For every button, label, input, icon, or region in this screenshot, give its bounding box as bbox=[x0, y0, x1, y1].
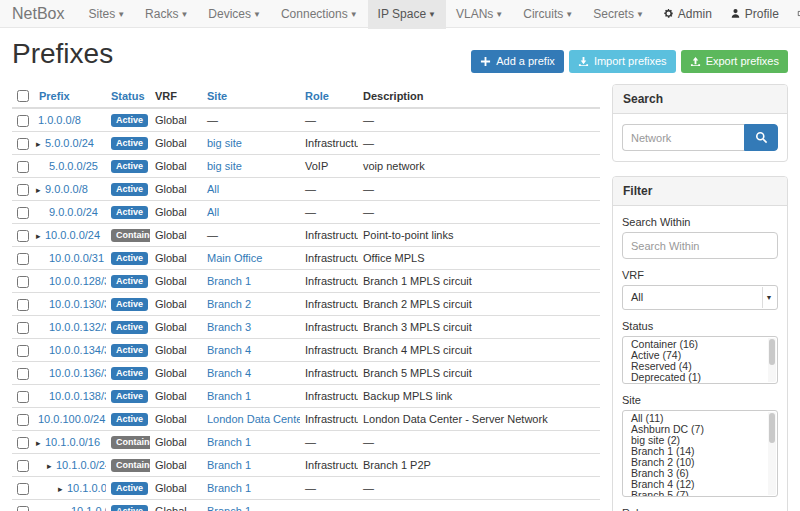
status-badge: Active bbox=[111, 298, 148, 311]
search-button[interactable] bbox=[744, 124, 778, 151]
row-checkbox[interactable] bbox=[17, 276, 29, 288]
prefix-link[interactable]: 10.0.0.0/24 bbox=[45, 229, 100, 241]
prefix-link[interactable]: 9.0.0.0/8 bbox=[45, 183, 88, 195]
import-prefixes-button[interactable]: Import prefixes bbox=[569, 50, 676, 73]
row-checkbox[interactable] bbox=[17, 138, 29, 150]
export-prefixes-button[interactable]: Export prefixes bbox=[681, 50, 788, 73]
site-link[interactable]: big site bbox=[207, 160, 242, 172]
site-link[interactable]: Branch 1 bbox=[207, 505, 251, 511]
header-prefix[interactable]: Prefix bbox=[34, 84, 106, 108]
row-checkbox[interactable] bbox=[17, 230, 29, 242]
site-link[interactable]: Branch 1 bbox=[207, 482, 251, 494]
prefix-link[interactable]: 10.1.0.0/16 bbox=[45, 436, 100, 448]
site-listbox[interactable]: All (11)Ashburn DC (7)big site (2)Branch… bbox=[622, 410, 778, 497]
row-checkbox[interactable] bbox=[17, 391, 29, 403]
site-link[interactable]: Branch 4 bbox=[207, 344, 251, 356]
chevron-down-icon: ▼ bbox=[495, 10, 503, 19]
prefix-link[interactable]: 10.0.0.132/31 bbox=[49, 321, 106, 333]
nav-item-connections[interactable]: Connections▼ bbox=[271, 0, 368, 27]
role-cell: — bbox=[300, 500, 358, 511]
row-checkbox[interactable] bbox=[17, 483, 29, 495]
site-link[interactable]: Branch 1 bbox=[207, 390, 251, 402]
vrf-select[interactable]: All ▼ bbox=[622, 285, 778, 310]
nav-item-sites[interactable]: Sites▼ bbox=[78, 0, 135, 27]
prefix-link[interactable]: 10.1.0.0/26 bbox=[71, 505, 106, 511]
site-link[interactable]: All bbox=[207, 206, 219, 218]
prefix-link[interactable]: 10.0.0.138/31 bbox=[49, 390, 106, 402]
search-within-input[interactable] bbox=[622, 232, 778, 259]
site-link[interactable]: Branch 1 bbox=[207, 275, 251, 287]
nav-item-vlans[interactable]: VLANs▼ bbox=[446, 0, 513, 27]
prefix-link[interactable]: 10.1.0.0/24 bbox=[56, 459, 106, 471]
row-checkbox[interactable] bbox=[17, 299, 29, 311]
site-link[interactable]: Branch 1 bbox=[207, 436, 251, 448]
prefix-link[interactable]: 5.0.0.0/24 bbox=[45, 137, 94, 149]
profile-link[interactable]: Profile bbox=[721, 0, 788, 27]
add-prefix-button[interactable]: Add a prefix bbox=[471, 50, 564, 73]
chevron-down-icon: ▼ bbox=[117, 10, 125, 19]
prefix-link[interactable]: 5.0.0.0/25 bbox=[49, 160, 98, 172]
site-link[interactable]: big site bbox=[207, 137, 242, 149]
nav-item-racks[interactable]: Racks▼ bbox=[135, 0, 198, 27]
site-link[interactable]: London Data Center bbox=[207, 413, 300, 425]
site-link[interactable]: Branch 3 bbox=[207, 321, 251, 333]
site-cell: Branch 1 bbox=[202, 454, 300, 477]
admin-link[interactable]: Admin bbox=[654, 0, 721, 27]
nav-item-devices[interactable]: Devices▼ bbox=[198, 0, 271, 27]
row-checkbox[interactable] bbox=[17, 460, 29, 472]
scrollbar-thumb[interactable] bbox=[769, 339, 775, 365]
header-site[interactable]: Site bbox=[202, 84, 300, 108]
prefix-link[interactable]: 10.0.0.136/31 bbox=[49, 367, 106, 379]
prefix-link[interactable]: 9.0.0.0/24 bbox=[49, 206, 98, 218]
row-checkbox[interactable] bbox=[17, 115, 29, 127]
prefix-link[interactable]: 10.0.0.128/31 bbox=[49, 275, 106, 287]
logout-link[interactable]: Log out bbox=[788, 0, 800, 27]
site-link[interactable]: All bbox=[207, 183, 219, 195]
row-checkbox[interactable] bbox=[17, 322, 29, 334]
nav-item-circuits[interactable]: Circuits▼ bbox=[513, 0, 583, 27]
row-checkbox[interactable] bbox=[17, 437, 29, 449]
status-badge: Active bbox=[111, 344, 148, 357]
row-checkbox[interactable] bbox=[17, 184, 29, 196]
row-checkbox[interactable] bbox=[17, 506, 29, 511]
export-icon bbox=[690, 56, 701, 67]
row-checkbox[interactable] bbox=[17, 345, 29, 357]
prefix-link[interactable]: 10.0.0.134/31 bbox=[49, 344, 106, 356]
scrollbar-thumb[interactable] bbox=[769, 413, 775, 443]
row-checkbox[interactable] bbox=[17, 368, 29, 380]
row-checkbox[interactable] bbox=[17, 414, 29, 426]
role-cell: Infrastructure bbox=[300, 132, 358, 155]
prefix-link[interactable]: 10.0.0.130/31 bbox=[49, 298, 106, 310]
listbox-option[interactable]: Branch 5 (7) bbox=[623, 490, 777, 497]
nav-item-ip-space[interactable]: IP Space▼ bbox=[368, 0, 446, 27]
vrf-label: VRF bbox=[622, 269, 778, 281]
search-input[interactable] bbox=[622, 124, 744, 151]
prefix-link[interactable]: 1.0.0.0/8 bbox=[38, 114, 81, 126]
row-checkbox[interactable] bbox=[17, 207, 29, 219]
nav-item-secrets[interactable]: Secrets▼ bbox=[583, 0, 654, 27]
description-cell: Branch 1 MPLS circuit bbox=[358, 270, 600, 293]
table-header-row: Prefix Status VRF Site Role Description bbox=[12, 84, 600, 108]
description-cell: — bbox=[358, 431, 600, 454]
row-checkbox[interactable] bbox=[17, 161, 29, 173]
status-listbox[interactable]: Container (16)Active (74)Reserved (4)Dep… bbox=[622, 336, 778, 384]
listbox-option[interactable]: Deprecated (1) bbox=[623, 372, 777, 383]
site-link[interactable]: Branch 1 bbox=[207, 459, 251, 471]
header-status[interactable]: Status bbox=[106, 84, 150, 108]
vrf-cell: Global bbox=[150, 362, 202, 385]
table-row: ▸10.0.0.134/31 Active Global Branch 4 In… bbox=[12, 339, 600, 362]
status-badge: Active bbox=[111, 390, 148, 403]
site-cell: big site bbox=[202, 132, 300, 155]
prefix-link[interactable]: 10.0.100.0/24 bbox=[38, 413, 105, 425]
select-all-checkbox[interactable] bbox=[17, 90, 29, 102]
netbox-logo[interactable]: NetBox bbox=[12, 0, 64, 27]
prefix-link[interactable]: 10.0.0.0/31 bbox=[49, 252, 104, 264]
chevron-down-icon: ▼ bbox=[180, 10, 188, 19]
row-checkbox[interactable] bbox=[17, 253, 29, 265]
header-role[interactable]: Role bbox=[300, 84, 358, 108]
vrf-cell: Global bbox=[150, 201, 202, 224]
site-link[interactable]: Branch 2 bbox=[207, 298, 251, 310]
site-link[interactable]: Main Office bbox=[207, 252, 262, 264]
prefix-link[interactable]: 10.1.0.0/25 bbox=[67, 482, 106, 494]
site-link[interactable]: Branch 4 bbox=[207, 367, 251, 379]
